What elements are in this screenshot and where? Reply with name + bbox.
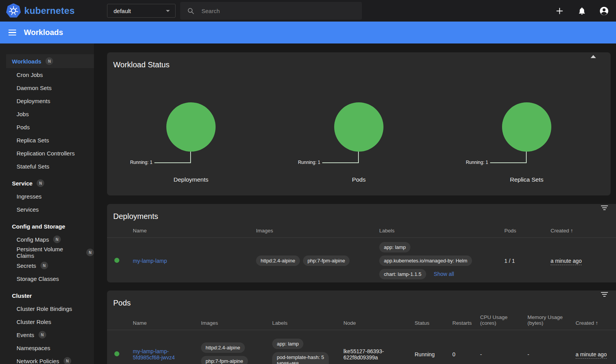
label-line: pod-template-hash: 5fd985cf68 (272, 351, 332, 364)
sidebar-item-persistent-volume-claims[interactable]: Persistent Volume ClaimsN (0, 246, 94, 259)
sidebar-item-replication-controllers[interactable]: Replication Controllers (0, 147, 94, 160)
sidebar-item-network-policies[interactable]: Network PoliciesN (0, 354, 94, 364)
sidebar-item-label: Daemon Sets (17, 85, 52, 91)
deployments-title: Deployments (113, 212, 158, 220)
sidebar-item-services[interactable]: Services (0, 203, 94, 216)
sidebar-item-label: Cron Jobs (17, 72, 43, 78)
sidebar-item-namespaces[interactable]: Namespaces (0, 341, 94, 354)
sidebar-item-deployments[interactable]: Deployments (0, 94, 94, 107)
column-header-created[interactable]: Created ↑ (545, 225, 616, 238)
chart-annotation-label: Running: 1 (298, 160, 320, 165)
top-app-bar: kubernetes default (0, 0, 616, 22)
sidebar-item-label: Ingresses (17, 193, 42, 200)
show-all-link[interactable]: Show all (434, 271, 454, 277)
pods-table-header: NameImagesLabelsNodeStatusRestartsCPU Us… (107, 312, 616, 330)
chart-title: Replica Sets (443, 176, 611, 183)
column-header-images[interactable]: Images (250, 225, 373, 238)
sidebar-item-jobs[interactable]: Jobs (0, 107, 94, 120)
label-chip: httpd:2.4-alpine (201, 342, 245, 353)
notifications-button[interactable] (577, 6, 587, 16)
image-line: php:7-fpm-alpine (201, 355, 261, 364)
sidebar-item-workloads[interactable]: WorkloadsN (6, 54, 94, 68)
new-badge: N (86, 249, 94, 256)
sidebar-item-daemon-sets[interactable]: Daemon Sets (0, 81, 94, 94)
bell-icon (578, 7, 586, 15)
chart-annotation-label: Running: 1 (130, 160, 152, 165)
account-button[interactable] (599, 6, 609, 16)
sidebar-item-replica-sets[interactable]: Replica Sets (0, 134, 94, 147)
labels-cell: app: lampapp.kubernetes.io/managed-by: H… (373, 238, 499, 284)
column-header-cpu-usage-cores[interactable]: CPU Usage (cores) (474, 312, 522, 330)
filter-icon (601, 292, 608, 293)
label-chip: app: lamp (379, 242, 410, 252)
column-header-status[interactable]: Status (409, 312, 447, 330)
column-header-created[interactable]: Created ↑ (570, 312, 616, 330)
sidebar-item-cluster-roles[interactable]: Cluster Roles (0, 315, 94, 328)
column-header-memory-usage-bytes[interactable]: Memory Usage (bytes) (522, 312, 570, 330)
sidebar-item-storage-classes[interactable]: Storage Classes (0, 272, 94, 285)
column-header-labels[interactable]: Labels (373, 225, 499, 238)
new-badge: N (64, 357, 71, 364)
menu-button[interactable] (8, 28, 16, 37)
pod-name-link[interactable]: my-lamp-lamp-5fd985cf68-jwvz4 (133, 348, 175, 361)
filter-button[interactable] (601, 205, 608, 211)
sidebar-item-events[interactable]: EventsN (0, 328, 94, 341)
sidebar-item-label: Persistent Volume Claims (17, 246, 82, 259)
label-chip: app.kubernetes.io/managed-by: Helm (379, 255, 472, 266)
namespace-select[interactable]: default (107, 4, 176, 18)
search-input[interactable] (201, 8, 356, 14)
sidebar-item-secrets[interactable]: SecretsN (0, 259, 94, 272)
sidebar-item-label: Workloads (12, 58, 41, 65)
collapse-card-button[interactable] (591, 55, 596, 58)
labels-cell: app: lamppod-template-hash: 5fd985cf68 (266, 330, 338, 364)
brand-name: kubernetes (24, 5, 75, 16)
new-badge: N (45, 57, 53, 65)
sidebar-item-config-and-storage[interactable]: Config and Storage (0, 220, 94, 233)
sidebar-item-label: Config and Storage (12, 223, 65, 230)
sidebar-item-cron-jobs[interactable]: Cron Jobs (0, 68, 94, 81)
column-header-node[interactable]: Node (338, 312, 409, 330)
sidebar-item-service[interactable]: ServiceN (0, 177, 94, 190)
sidebar-item-label: Replication Controllers (17, 150, 75, 157)
sidebar-item-config-maps[interactable]: Config MapsN (0, 233, 94, 246)
label-chip: pod-template-hash: 5fd985cf68 (272, 352, 329, 364)
workload-chart-deployments: Running: 1Deployments (107, 102, 275, 183)
column-header-labels[interactable]: Labels (266, 312, 338, 330)
column-header-name[interactable]: Name (127, 225, 250, 238)
status-indicator-cell (107, 238, 127, 284)
sidebar-item-stateful-sets[interactable]: Stateful Sets (0, 160, 94, 173)
sort-arrow-icon: ↑ (569, 228, 573, 234)
sidebar-item-label: Pods (17, 124, 30, 130)
column-header-restarts[interactable]: Restarts (447, 312, 474, 330)
chart-annotation-label: Running: 1 (466, 160, 488, 165)
sidebar-item-cluster-role-bindings[interactable]: Cluster Role Bindings (0, 302, 94, 315)
pods-card: Pods NameImagesLabelsNodeStatusRestartsC… (107, 291, 616, 364)
deployments-table-header: NameImagesLabelsPodsCreated ↑ (107, 225, 616, 238)
sidebar-item-pods[interactable]: Pods (0, 120, 94, 134)
table-row: my-lamp-lamp-5fd985cf68-jwvz4httpd:2.4-a… (107, 330, 616, 364)
sidebar-item-ingresses[interactable]: Ingresses (0, 190, 94, 203)
column-header-images[interactable]: Images (195, 312, 266, 330)
filter-button[interactable] (601, 292, 608, 298)
running-status-dot (114, 351, 119, 356)
sort-arrow-icon: ↑ (594, 320, 598, 326)
sidebar-item-label: Replica Sets (17, 137, 49, 144)
column-header-pods[interactable]: Pods (499, 225, 545, 238)
sidebar-item-label: Service (12, 180, 32, 187)
pod-name-cell: my-lamp-lamp-5fd985cf68-jwvz4 (127, 330, 195, 364)
workload-status-charts: Running: 1DeploymentsRunning: 1PodsRunni… (107, 102, 611, 183)
column-header-name[interactable]: Name (127, 312, 195, 330)
workload-chart-replica-sets: Running: 1Replica Sets (443, 102, 611, 183)
label-line: app: lamp (379, 241, 493, 254)
restarts-cell: 0 (447, 330, 474, 364)
topbar-actions (554, 0, 609, 22)
image-line: httpd:2.4-alpine (201, 341, 261, 354)
sidebar-item-label: Storage Classes (17, 276, 59, 282)
create-button[interactable] (554, 6, 564, 16)
deployment-name-link[interactable]: my-lamp-lamp (133, 258, 167, 264)
new-badge: N (37, 179, 44, 187)
created-relative-time: a minute ago (576, 351, 607, 359)
sidebar-item-cluster[interactable]: Cluster (0, 289, 94, 302)
pods-title: Pods (113, 299, 131, 307)
workload-chart-pods: Running: 1Pods (275, 102, 443, 183)
